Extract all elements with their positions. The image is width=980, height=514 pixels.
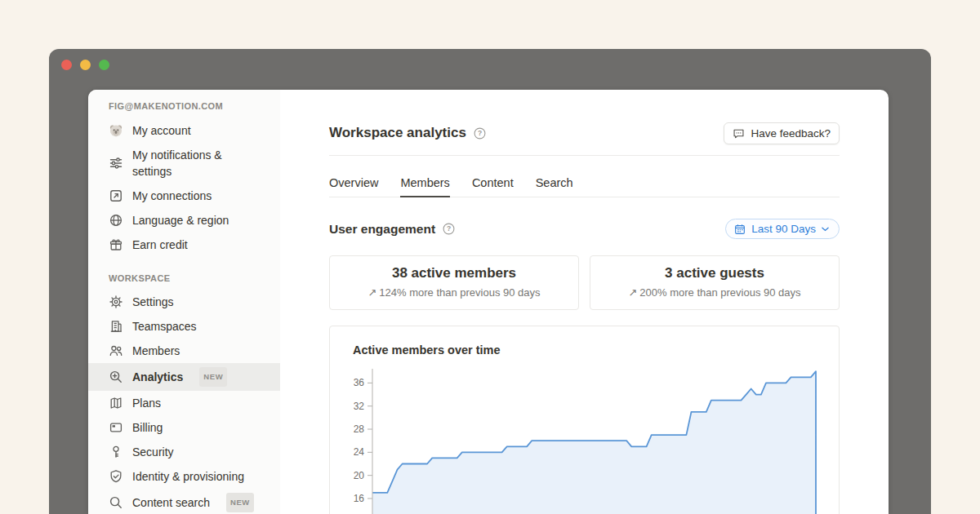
app-window: FIG@MAKENOTION.COM My account My notific… (49, 49, 931, 514)
sidebar-item-label: Members (132, 343, 180, 359)
sidebar-item-members[interactable]: Members (88, 339, 280, 363)
sidebar-item-analytics[interactable]: Analytics NEW (88, 363, 280, 391)
minimize-window-button[interactable] (80, 60, 91, 70)
settings-sidebar: FIG@MAKENOTION.COM My account My notific… (88, 90, 280, 514)
zoom-plus-icon (109, 370, 123, 384)
new-badge: NEW (199, 367, 227, 387)
help-icon[interactable]: ? (474, 127, 486, 140)
analytics-tabs: Overview Members Content Search (329, 176, 840, 197)
tab-content[interactable]: Content (472, 176, 514, 197)
sidebar-item-content-search[interactable]: Content search NEW (88, 489, 280, 514)
y-tick-label: 28 (354, 423, 365, 435)
sidebar-item-language-region[interactable]: Language & region (88, 208, 280, 233)
map-icon (109, 396, 123, 410)
chevron-down-icon (822, 227, 829, 232)
sidebar-item-label: Earn credit (132, 237, 188, 253)
sidebar-item-label: My notifications & settings (132, 147, 260, 179)
sidebar-item-label: Billing (132, 419, 163, 436)
y-tick-label: 20 (354, 470, 365, 481)
sidebar-item-identity-provisioning[interactable]: Identity & provisioning (88, 464, 280, 489)
tab-overview[interactable]: Overview (329, 176, 378, 197)
sidebar-item-label: Plans (132, 395, 161, 411)
sidebar-item-label: Content search (132, 494, 210, 511)
new-badge: NEW (226, 493, 254, 512)
main-content: Workspace analytics ? Have feedback? Ove… (280, 90, 889, 514)
sidebar-item-settings[interactable]: Settings (88, 290, 280, 314)
svg-text:?: ? (478, 129, 482, 137)
have-feedback-button[interactable]: Have feedback? (724, 122, 840, 144)
active-members-delta: 124% more than previous 90 days (379, 286, 540, 299)
feedback-bubble-icon (733, 127, 745, 140)
people-icon (109, 343, 123, 358)
sidebar-item-my-notifications-settings[interactable]: My notifications & settings (88, 143, 280, 184)
sidebar-item-label: Security (132, 444, 174, 460)
active-guests-card: 3 active guests ↗200% more than previous… (590, 255, 840, 310)
sidebar-item-plans[interactable]: Plans (88, 391, 280, 415)
chart-title: Active members over time (353, 343, 839, 357)
date-range-label: Last 90 Days (751, 223, 816, 235)
sidebar-item-my-connections[interactable]: My connections (88, 184, 280, 208)
magnifier-icon (109, 495, 123, 510)
zoom-window-button[interactable] (99, 60, 109, 70)
sidebar-item-label: My connections (132, 188, 212, 204)
y-tick-label: 36 (354, 377, 365, 388)
settings-panel: FIG@MAKENOTION.COM My account My notific… (88, 90, 889, 514)
window-titlebar (61, 60, 109, 70)
gear-icon (109, 295, 123, 309)
tab-members[interactable]: Members (400, 176, 449, 197)
sidebar-item-label: Settings (132, 294, 174, 310)
help-icon[interactable]: ? (443, 223, 455, 235)
active-members-card: 38 active members ↗124% more than previo… (329, 255, 579, 310)
active-members-value: 38 active members (330, 265, 578, 281)
sidebar-item-label: Analytics (132, 369, 183, 385)
trend-up-icon: ↗ (628, 286, 637, 299)
calendar-icon (734, 224, 746, 235)
gift-icon (109, 237, 123, 252)
globe-icon (109, 213, 123, 228)
sidebar-item-teamspaces[interactable]: Teamspaces (88, 314, 280, 339)
sidebar-item-billing[interactable]: Billing (88, 415, 280, 440)
y-tick-label: 16 (354, 493, 365, 504)
sidebar-item-label: Teamspaces (132, 318, 197, 335)
active-members-chart-card: Active members over time 363228242016 (329, 326, 840, 514)
chart-area-fill (372, 371, 816, 514)
sidebar-item-security[interactable]: Security (88, 440, 280, 464)
tab-search[interactable]: Search (536, 176, 573, 197)
workspace-section-label: WORKSPACE (88, 273, 280, 283)
y-tick-label: 24 (354, 446, 365, 458)
active-guests-delta: 200% more than previous 90 days (639, 286, 800, 299)
credit-card-icon (109, 420, 123, 435)
account-email-label: FIG@MAKENOTION.COM (88, 101, 280, 111)
shield-check-icon (109, 469, 123, 484)
sidebar-item-label: Language & region (132, 212, 229, 228)
page-title: Workspace analytics (329, 125, 466, 141)
user-engagement-title: User engagement (329, 222, 435, 237)
have-feedback-label: Have feedback? (751, 127, 831, 140)
sliders-icon (109, 156, 123, 171)
sidebar-item-label: Identity & provisioning (132, 468, 244, 485)
trend-up-icon: ↗ (368, 286, 376, 299)
svg-text:?: ? (447, 224, 451, 233)
active-members-area-chart: 363228242016 (353, 366, 839, 514)
sidebar-item-my-account[interactable]: My account (88, 118, 280, 143)
sidebar-item-earn-credit[interactable]: Earn credit (88, 233, 280, 257)
building-icon (109, 319, 123, 334)
avatar (109, 123, 123, 138)
header-divider (329, 155, 840, 156)
arrow-up-right-box-icon (109, 188, 123, 203)
active-guests-value: 3 active guests (590, 265, 839, 281)
close-window-button[interactable] (61, 60, 72, 70)
date-range-button[interactable]: Last 90 Days (725, 219, 840, 239)
sidebar-item-label: My account (132, 122, 191, 139)
key-icon (109, 445, 123, 459)
y-tick-label: 32 (354, 401, 365, 412)
